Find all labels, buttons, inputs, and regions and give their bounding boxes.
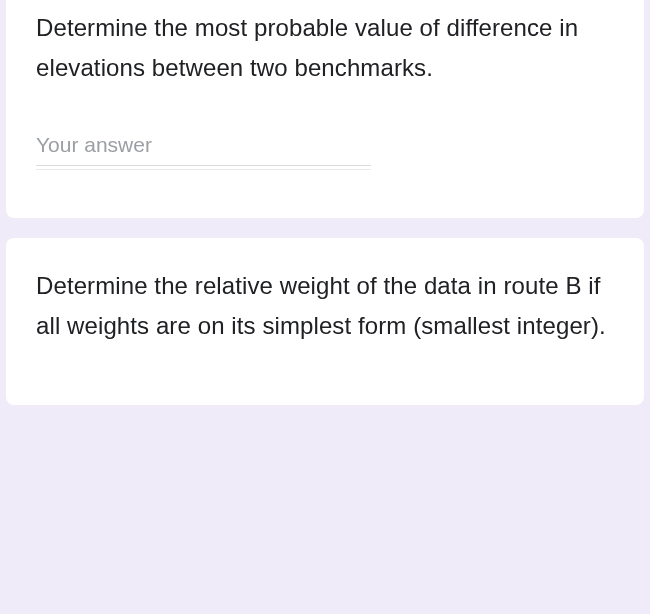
question-text: Determine the most probable value of dif… (36, 8, 614, 87)
answer-input-wrapper (36, 129, 371, 170)
question-text: Determine the relative weight of the dat… (36, 266, 614, 345)
answer-input[interactable] (36, 129, 371, 166)
answer-underline (36, 169, 371, 170)
question-card: Determine the relative weight of the dat… (6, 238, 644, 405)
question-card: Determine the most probable value of dif… (6, 0, 644, 218)
